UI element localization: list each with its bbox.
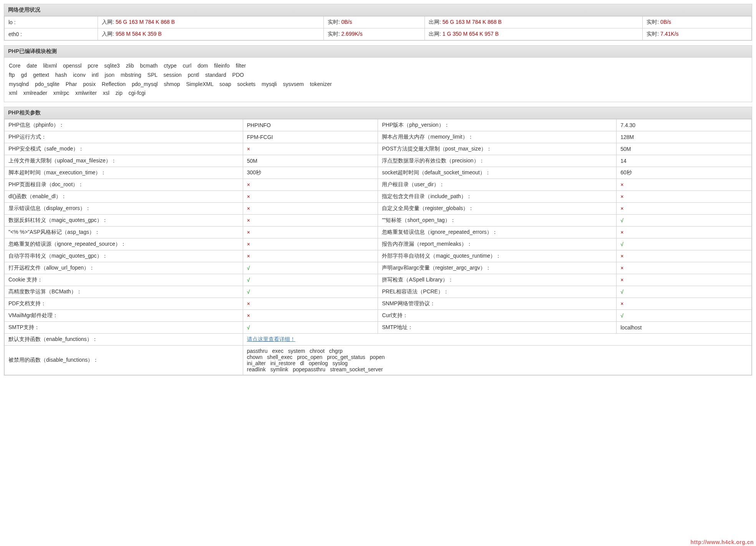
param-key: 数据反斜杠转义（magic_quotes_gpc）： (5, 215, 243, 227)
param-key: PREL相容语法（PCRE）： (378, 286, 617, 298)
network-in: 入网: 958 M 584 K 359 B (98, 28, 324, 40)
param-row: 打开远程文件（allow_url_fopen）：√声明argv和argc变量（r… (5, 262, 752, 274)
param-value: × (617, 298, 752, 310)
php-params-table: PHP信息（phpinfo）：PHPINFOPHP版本（php_version）… (4, 119, 752, 375)
param-value: √ (243, 322, 378, 334)
param-key: PDF文档支持： (5, 298, 243, 310)
param-key: 指定包含文件目录（include_path）： (378, 191, 617, 203)
network-rt-in: 实时: 2.699K/s (323, 28, 424, 40)
param-key: PHP版本（php_version）： (378, 119, 617, 131)
param-key: 打开远程文件（allow_url_fopen）： (5, 262, 243, 274)
param-row: Cookie 支持：√拼写检查（ASpell Library）：× (5, 274, 752, 286)
param-row: 显示错误信息（display_errors）：×自定义全局变量（register… (5, 203, 752, 215)
network-rt-out: 实时: 0B/s (643, 17, 752, 28)
param-key: VMailMgr邮件处理： (5, 310, 243, 322)
param-value: × (617, 262, 752, 274)
param-value: × (243, 215, 378, 227)
php-params-panel: PHP相关参数 PHP信息（phpinfo）：PHPINFOPHP版本（php_… (4, 107, 752, 376)
param-key: PHP安全模式（safe_mode）： (5, 143, 243, 155)
param-key: 默认支持函数（enable_functions）： (5, 334, 243, 346)
param-value: × (243, 179, 378, 191)
network-out: 出网: 1 G 350 M 654 K 957 B (425, 28, 643, 40)
param-key: 显示错误信息（display_errors）： (5, 203, 243, 215)
param-value: 60秒 (617, 167, 752, 179)
param-value: 50M (617, 143, 752, 155)
param-row: 脚本超时时间（max_execution_time）：300秒socket超时时… (5, 167, 752, 179)
param-key: 声明argv和argc变量（register_argc_argv）： (378, 262, 617, 274)
param-value: √ (617, 215, 752, 227)
network-panel-header: 网络使用状况 (4, 4, 752, 16)
param-key: dl()函数（enable_dl）： (5, 191, 243, 203)
enable-functions-link[interactable]: 请点这里查看详细！ (247, 336, 295, 342)
param-row: 上传文件最大限制（upload_max_filesize）：50M浮点型数据显示… (5, 155, 752, 167)
param-row: PHP安全模式（safe_mode）：×POST方法提交最大限制（post_ma… (5, 143, 752, 155)
param-value: √ (617, 238, 752, 250)
param-value: FPM-FCGI (243, 131, 378, 143)
param-key: 高精度数学运算（BCMath）： (5, 286, 243, 298)
param-key: 脚本占用最大内存（memory_limit）： (378, 131, 617, 143)
module-line: Core date libxml openssl pcre sqlite3 zl… (9, 61, 747, 71)
param-key: 自动字符串转义（magic_quotes_gpc）： (5, 250, 243, 262)
param-value: × (243, 238, 378, 250)
param-value: localhost (617, 322, 752, 334)
disabled-func-line: readlink symlink popepassthru stream_soc… (247, 366, 748, 372)
param-key: ""短标签（short_open_tag）： (378, 215, 617, 227)
param-value: × (243, 250, 378, 262)
param-row: 数据反斜杠转义（magic_quotes_gpc）：×""短标签（short_o… (5, 215, 752, 227)
param-key: SNMP网络管理协议： (378, 298, 617, 310)
php-modules-panel: PHP已编译模块检测 Core date libxml openssl pcre… (4, 45, 752, 102)
module-line: mysqlnd pdo_sqlite Phar posix Reflection… (9, 80, 747, 89)
param-value: 50M (243, 155, 378, 167)
param-row: PDF文档支持：×SNMP网络管理协议：× (5, 298, 752, 310)
network-row: lo :入网: 56 G 163 M 784 K 868 B实时: 0B/s出网… (5, 17, 752, 28)
param-row: VMailMgr邮件处理：×Curl支持：√ (5, 310, 752, 322)
param-key: 浮点型数据显示的有效位数（precision）： (378, 155, 617, 167)
network-in: 入网: 56 G 163 M 784 K 868 B (98, 17, 324, 28)
param-key: PHP运行方式： (5, 131, 243, 143)
param-key: Cookie 支持： (5, 274, 243, 286)
network-row: eth0 :入网: 958 M 584 K 359 B实时: 2.699K/s出… (5, 28, 752, 40)
php-modules-list: Core date libxml openssl pcre sqlite3 zl… (4, 58, 752, 102)
param-value: × (243, 298, 378, 310)
param-key: 脚本超时时间（max_execution_time）： (5, 167, 243, 179)
network-iface: lo : (5, 17, 98, 28)
param-value: √ (243, 274, 378, 286)
param-key: PHP页面根目录（doc_root）： (5, 179, 243, 191)
param-value: × (243, 227, 378, 238)
param-row: dl()函数（enable_dl）：×指定包含文件目录（include_path… (5, 191, 752, 203)
module-line: ftp gd gettext hash iconv intl json mbst… (9, 71, 747, 80)
disabled-functions-value: passthru exec system chroot chgrpchown s… (243, 346, 751, 375)
network-table: lo :入网: 56 G 163 M 784 K 868 B实时: 0B/s出网… (4, 16, 752, 40)
param-value: × (243, 143, 378, 155)
param-key: 被禁用的函数（disable_functions）： (5, 346, 243, 375)
param-value: √ (243, 286, 378, 298)
param-value: × (617, 274, 752, 286)
param-row: "<% %>"ASP风格标记（asp_tags）：×忽略重复错误信息（ignor… (5, 227, 752, 238)
module-line: xml xmlreader xmlrpc xmlwriter xsl zip c… (9, 89, 747, 98)
network-rt-out: 实时: 7.41K/s (643, 28, 752, 40)
php-params-header: PHP相关参数 (4, 107, 752, 119)
param-value: × (243, 191, 378, 203)
param-key: "<% %>"ASP风格标记（asp_tags）： (5, 227, 243, 238)
param-key: SMTP支持： (5, 322, 243, 334)
param-value: √ (243, 262, 378, 274)
disabled-func-line: chown shell_exec proc_open proc_get_stat… (247, 354, 748, 360)
param-key: 拼写检查（ASpell Library）： (378, 274, 617, 286)
param-value: PHPINFO (243, 119, 378, 131)
param-value: × (617, 250, 752, 262)
param-key: 忽略重复错误信息（ignore_repeated_errors）： (378, 227, 617, 238)
param-value: × (617, 203, 752, 215)
param-row: 高精度数学运算（BCMath）：√PREL相容语法（PCRE）：√ (5, 286, 752, 298)
param-value: × (617, 227, 752, 238)
param-row-disable-functions: 被禁用的函数（disable_functions）：passthru exec … (5, 346, 752, 375)
param-key: 忽略重复的错误源（ignore_repeated_source）： (5, 238, 243, 250)
param-value: × (617, 191, 752, 203)
param-key: 上传文件最大限制（upload_max_filesize）： (5, 155, 243, 167)
param-key: 用户根目录（user_dir）： (378, 179, 617, 191)
param-value: 300秒 (243, 167, 378, 179)
param-value: 7.4.30 (617, 119, 752, 131)
param-value: 128M (617, 131, 752, 143)
param-row: 自动字符串转义（magic_quotes_gpc）：×外部字符串自动转义（mag… (5, 250, 752, 262)
param-row: SMTP支持：√SMTP地址：localhost (5, 322, 752, 334)
param-key: SMTP地址： (378, 322, 617, 334)
